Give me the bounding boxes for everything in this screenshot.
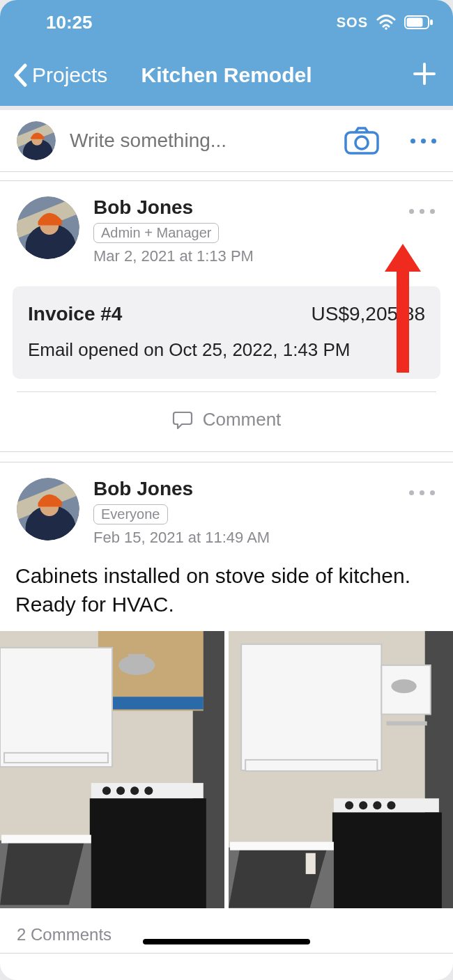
- role-badge: Admin + Manager: [93, 223, 219, 243]
- svg-point-10: [355, 137, 368, 149]
- post-header: Bob Jones Everyone Feb 15, 2021 at 11:49…: [0, 462, 453, 557]
- add-button[interactable]: [413, 62, 436, 88]
- status-right: SOS: [337, 15, 433, 31]
- status-time: 10:25: [46, 12, 93, 33]
- svg-point-49: [387, 801, 395, 809]
- post-timestamp: Feb 15, 2021 at 11:49 AM: [93, 529, 270, 547]
- svg-point-42: [391, 679, 416, 693]
- author-name[interactable]: Bob Jones: [93, 196, 254, 219]
- svg-point-32: [130, 786, 139, 795]
- post-footer: 2 Comments .: [0, 908, 453, 953]
- status-bar: 10:25 SOS: [0, 0, 453, 45]
- comment-icon: [172, 410, 193, 430]
- post-photo[interactable]: [229, 631, 453, 908]
- avatar[interactable]: [17, 121, 56, 160]
- navigation-bar: Projects Kitchen Remodel: [0, 45, 453, 106]
- avatar[interactable]: [17, 196, 79, 259]
- camera-icon[interactable]: [344, 126, 380, 155]
- svg-rect-3: [430, 20, 433, 25]
- svg-point-47: [359, 801, 367, 809]
- svg-rect-44: [245, 760, 377, 771]
- svg-rect-37: [1, 835, 91, 843]
- post-header: Bob Jones Admin + Manager Mar 2, 2021 at…: [0, 181, 453, 275]
- home-indicator[interactable]: [143, 939, 310, 944]
- comment-label: Comment: [203, 409, 282, 430]
- post-more-button[interactable]: [409, 209, 435, 214]
- svg-point-0: [385, 27, 387, 30]
- back-label: Projects: [32, 63, 107, 87]
- avatar[interactable]: [17, 478, 79, 540]
- role-badge: Everyone: [93, 504, 168, 524]
- svg-point-30: [102, 786, 111, 795]
- svg-rect-2: [407, 18, 423, 27]
- invoice-title: Invoice #4: [28, 303, 122, 325]
- invoice-status: Email opened on Oct 25, 2022, 1:43 PM: [28, 339, 425, 361]
- post: Bob Jones Admin + Manager Mar 2, 2021 at…: [0, 180, 453, 452]
- svg-point-33: [144, 786, 153, 795]
- comment-button[interactable]: Comment: [0, 392, 453, 451]
- post-timestamp: Mar 2, 2021 at 1:13 PM: [93, 247, 254, 265]
- post: Bob Jones Everyone Feb 15, 2021 at 11:49…: [0, 462, 453, 954]
- sos-indicator: SOS: [337, 15, 368, 31]
- plus-icon: [413, 62, 436, 86]
- wifi-icon: [376, 15, 396, 30]
- photo-grid: [0, 631, 453, 908]
- invoice-card[interactable]: Invoice #4 US$9,205.88 Email opened on O…: [13, 286, 440, 379]
- svg-rect-54: [306, 853, 316, 874]
- svg-rect-40: [241, 644, 381, 770]
- chevron-left-icon: [13, 63, 28, 87]
- svg-rect-43: [386, 722, 427, 726]
- comments-count[interactable]: 2 Comments: [17, 925, 112, 944]
- svg-rect-34: [90, 798, 206, 908]
- composer: [0, 110, 453, 172]
- invoice-amount: US$9,205.88: [312, 303, 425, 325]
- svg-rect-53: [230, 842, 334, 850]
- post-photo[interactable]: [0, 631, 224, 908]
- compose-input[interactable]: [70, 130, 330, 152]
- post-more-button[interactable]: [409, 490, 435, 495]
- svg-point-46: [345, 801, 353, 809]
- svg-point-31: [116, 786, 125, 795]
- svg-point-48: [373, 801, 381, 809]
- composer-more-button[interactable]: [410, 139, 436, 143]
- svg-rect-50: [332, 812, 442, 908]
- svg-rect-26: [128, 654, 145, 667]
- author-name[interactable]: Bob Jones: [93, 478, 270, 500]
- post-body-text: Cabinets installed on stove side of kitc…: [0, 557, 453, 631]
- back-button[interactable]: Projects: [13, 63, 107, 87]
- svg-rect-28: [4, 753, 108, 763]
- battery-icon: [404, 15, 433, 29]
- svg-rect-27: [0, 648, 112, 767]
